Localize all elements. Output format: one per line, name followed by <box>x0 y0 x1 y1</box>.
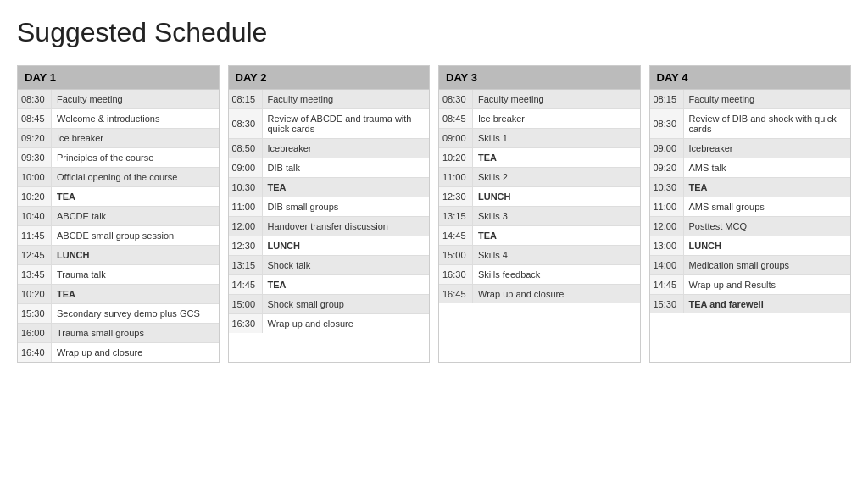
time-cell: 12:00 <box>650 217 684 236</box>
time-cell: 13:15 <box>229 256 263 274</box>
table-row: 15:30TEA and farewell <box>650 295 851 313</box>
time-cell: 11:00 <box>439 168 473 186</box>
table-row: 11:00Skills 2 <box>439 168 640 187</box>
time-cell: 09:00 <box>439 129 473 147</box>
event-cell: Welcome & introductions <box>52 109 219 128</box>
event-cell: AMS small groups <box>684 197 851 216</box>
time-cell: 09:20 <box>18 129 52 147</box>
event-cell: Icebreaker <box>263 139 430 158</box>
event-cell: Wrap up and closure <box>52 343 219 362</box>
table-row: 09:30Principles of the course <box>18 148 219 168</box>
time-cell: 15:30 <box>18 304 52 323</box>
table-row: 08:30Faculty meeting <box>439 90 640 109</box>
table-row: 14:00Medication small groups <box>650 256 851 275</box>
event-cell: TEA <box>473 148 640 167</box>
table-row: 10:20TEA <box>439 148 640 168</box>
table-row: 08:15Faculty meeting <box>229 90 430 109</box>
table-row: 12:00Posttest MCQ <box>650 217 851 236</box>
table-row: 10:30TEA <box>650 178 851 197</box>
event-cell: Trauma talk <box>52 265 219 284</box>
time-cell: 13:15 <box>439 207 473 225</box>
day-column-2: DAY 208:15Faculty meeting08:30Review of … <box>228 65 431 363</box>
event-cell: Skills 1 <box>473 129 640 147</box>
event-cell: Skills 3 <box>473 207 640 225</box>
event-cell: Wrap up and closure <box>263 314 430 333</box>
event-cell: AMS talk <box>684 158 851 177</box>
page-title: Suggested Schedule <box>17 17 851 48</box>
event-cell: Official opening of the course <box>52 168 219 186</box>
event-cell: Icebreaker <box>684 139 851 158</box>
time-cell: 12:30 <box>439 187 473 206</box>
table-row: 14:45TEA <box>229 275 430 295</box>
time-cell: 10:30 <box>229 178 263 197</box>
time-cell: 09:30 <box>18 148 52 167</box>
time-cell: 15:00 <box>229 295 263 313</box>
event-cell: Posttest MCQ <box>684 217 851 236</box>
table-row: 08:30Review of ABCDE and trauma with qui… <box>229 109 430 139</box>
table-row: 10:20TEA <box>18 285 219 304</box>
time-cell: 08:45 <box>439 109 473 128</box>
day-column-3: DAY 308:30Faculty meeting08:45Ice breake… <box>438 65 641 363</box>
event-cell: Ice breaker <box>473 109 640 128</box>
event-cell: Review of DIB and shock with quick cards <box>684 109 851 138</box>
time-cell: 13:00 <box>650 236 684 255</box>
table-row: 16:30Skills feedback <box>439 265 640 285</box>
event-cell: Medication small groups <box>684 256 851 274</box>
time-cell: 16:00 <box>18 324 52 342</box>
table-row: 08:50Icebreaker <box>229 139 430 158</box>
day-header-1: DAY 1 <box>18 66 219 90</box>
time-cell: 12:30 <box>229 236 263 255</box>
table-row: 11:45ABCDE small group session <box>18 226 219 246</box>
schedule-container: DAY 108:30Faculty meeting08:45Welcome & … <box>17 65 851 363</box>
time-cell: 16:40 <box>18 343 52 362</box>
event-cell: Ice breaker <box>52 129 219 147</box>
table-row: 13:45Trauma talk <box>18 265 219 285</box>
event-cell: Wrap up and closure <box>473 285 640 303</box>
time-cell: 10:00 <box>18 168 52 186</box>
table-row: 16:30Wrap up and closure <box>229 314 430 333</box>
time-cell: 11:00 <box>229 197 263 216</box>
event-cell: Faculty meeting <box>684 90 851 108</box>
event-cell: LUNCH <box>684 236 851 255</box>
table-row: 08:15Faculty meeting <box>650 90 851 109</box>
table-row: 10:20TEA <box>18 187 219 207</box>
event-cell: Skills 2 <box>473 168 640 186</box>
time-cell: 16:30 <box>439 265 473 284</box>
time-cell: 10:20 <box>439 148 473 167</box>
event-cell: DIB small groups <box>263 197 430 216</box>
time-cell: 09:00 <box>229 158 263 177</box>
time-cell: 08:30 <box>439 90 473 108</box>
table-row: 16:00Trauma small groups <box>18 324 219 343</box>
table-row: 16:45Wrap up and closure <box>439 285 640 303</box>
table-row: 08:30Review of DIB and shock with quick … <box>650 109 851 139</box>
event-cell: TEA <box>52 187 219 206</box>
time-cell: 12:00 <box>229 217 263 236</box>
event-cell: Skills 4 <box>473 246 640 264</box>
table-row: 12:30LUNCH <box>229 236 430 256</box>
table-row: 09:20Ice breaker <box>18 129 219 148</box>
event-cell: DIB talk <box>263 158 430 177</box>
table-row: 08:45Welcome & introductions <box>18 109 219 129</box>
time-cell: 08:45 <box>18 109 52 128</box>
event-cell: Secondary survey demo plus GCS <box>52 304 219 323</box>
time-cell: 10:40 <box>18 207 52 225</box>
time-cell: 12:45 <box>18 246 52 264</box>
table-row: 15:30Secondary survey demo plus GCS <box>18 304 219 324</box>
table-row: 12:45LUNCH <box>18 246 219 265</box>
table-row: 10:00Official opening of the course <box>18 168 219 187</box>
table-row: 12:30LUNCH <box>439 187 640 207</box>
table-row: 09:00Skills 1 <box>439 129 640 148</box>
time-cell: 11:00 <box>650 197 684 216</box>
table-row: 08:30Faculty meeting <box>18 90 219 109</box>
table-row: 11:00DIB small groups <box>229 197 430 217</box>
time-cell: 08:30 <box>650 109 684 138</box>
day-header-4: DAY 4 <box>650 66 851 90</box>
table-row: 09:20AMS talk <box>650 158 851 178</box>
time-cell: 14:45 <box>650 275 684 294</box>
event-cell: TEA and farewell <box>684 295 851 313</box>
event-cell: Skills feedback <box>473 265 640 284</box>
time-cell: 14:00 <box>650 256 684 274</box>
event-cell: Wrap up and Results <box>684 275 851 294</box>
time-cell: 16:45 <box>439 285 473 303</box>
time-cell: 14:45 <box>229 275 263 294</box>
